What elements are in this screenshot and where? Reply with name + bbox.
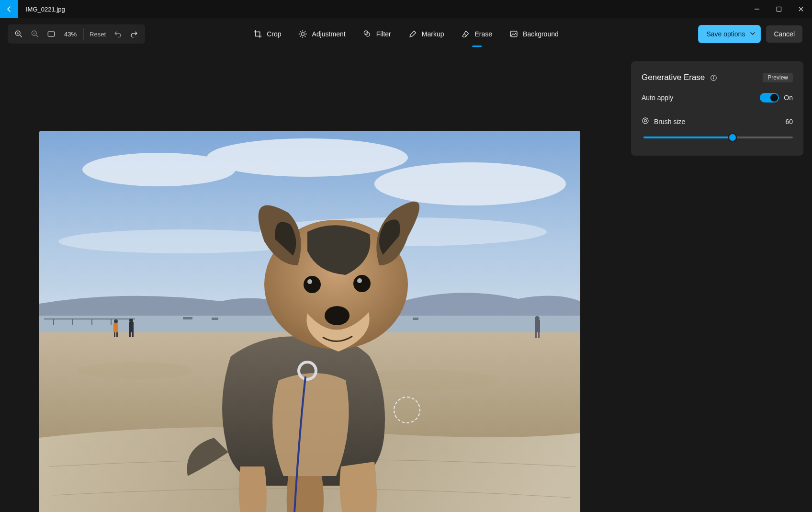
tab-label: Adjustment <box>312 30 346 38</box>
markup-icon <box>408 30 417 38</box>
tab-filter[interactable]: Filter <box>363 25 391 43</box>
info-icon[interactable] <box>710 74 717 81</box>
auto-apply-toggle[interactable] <box>760 93 779 102</box>
svg-rect-23 <box>413 318 418 320</box>
maximize-icon <box>776 6 782 12</box>
tab-label: Background <box>523 30 559 38</box>
svg-point-44 <box>307 279 312 284</box>
erase-icon <box>461 30 470 38</box>
svg-point-42 <box>304 276 321 293</box>
slider-fill <box>643 137 733 138</box>
fit-to-window-button[interactable] <box>43 26 59 42</box>
back-button[interactable] <box>0 0 18 18</box>
auto-apply-state: On <box>784 94 793 102</box>
brush-size-slider[interactable] <box>643 133 793 142</box>
svg-rect-28 <box>113 323 118 332</box>
svg-rect-32 <box>129 322 134 332</box>
toolbar-right: Save options Cancel <box>699 25 802 43</box>
zoom-in-icon <box>14 30 23 38</box>
tab-label: Markup <box>422 30 444 38</box>
brush-size-icon <box>642 117 649 126</box>
svg-point-48 <box>713 76 714 77</box>
redo-icon <box>130 30 138 38</box>
workspace: Generative Erase Preview Auto apply On <box>0 50 812 512</box>
svg-rect-31 <box>116 332 118 337</box>
svg-rect-3 <box>48 32 55 36</box>
brush-size-label: Brush size <box>654 118 685 125</box>
arrow-left-icon <box>5 5 13 13</box>
svg-point-29 <box>114 319 118 323</box>
tab-label: Crop <box>267 30 281 38</box>
zoom-percent[interactable]: 43% <box>64 31 77 38</box>
tab-label: Filter <box>376 30 391 38</box>
save-options-label: Save options <box>706 30 745 38</box>
svg-point-11 <box>374 162 566 205</box>
svg-point-37 <box>535 316 540 321</box>
brush-size-value: 60 <box>785 118 793 125</box>
zoom-controls: 43% Reset <box>8 24 145 44</box>
svg-rect-35 <box>132 332 134 337</box>
crop-icon <box>253 30 262 38</box>
svg-point-50 <box>643 118 648 124</box>
canvas-area[interactable] <box>39 131 580 512</box>
separator <box>83 28 84 40</box>
svg-rect-20 <box>183 317 192 319</box>
brush-size-row: Brush size 60 <box>642 117 793 126</box>
svg-point-43 <box>353 275 371 292</box>
close-icon <box>798 6 804 12</box>
undo-icon <box>113 30 122 38</box>
generative-erase-panel: Generative Erase Preview Auto apply On <box>631 61 803 156</box>
redo-button[interactable] <box>126 26 142 42</box>
auto-apply-label: Auto apply <box>642 94 673 102</box>
preview-badge: Preview <box>763 73 793 82</box>
svg-point-46 <box>325 306 350 325</box>
edit-tool-tabs: Crop Adjustment <box>253 25 559 43</box>
cancel-button[interactable]: Cancel <box>766 25 802 43</box>
fit-to-window-icon <box>47 30 56 38</box>
titlebar: IMG_0221.jpg <box>0 0 812 18</box>
svg-point-10 <box>207 138 408 177</box>
svg-point-4 <box>301 33 304 35</box>
tab-background[interactable]: Background <box>509 25 559 43</box>
tab-label: Erase <box>474 30 492 38</box>
toolbar: 43% Reset Crop <box>0 18 812 50</box>
maximize-button[interactable] <box>768 0 790 18</box>
svg-rect-30 <box>114 332 115 337</box>
auto-apply-row: Auto apply On <box>642 93 793 102</box>
svg-point-33 <box>129 319 133 322</box>
brush-size-slider-row <box>642 133 793 142</box>
minimize-icon <box>754 6 760 12</box>
undo-button[interactable] <box>110 26 126 42</box>
zoom-out-button[interactable] <box>27 26 43 42</box>
minimize-button[interactable] <box>746 0 768 18</box>
svg-rect-39 <box>538 332 540 338</box>
tab-crop[interactable]: Crop <box>253 25 281 43</box>
svg-rect-49 <box>713 77 714 79</box>
zoom-in-button[interactable] <box>11 26 27 42</box>
svg-point-51 <box>644 120 647 122</box>
svg-rect-34 <box>129 332 131 337</box>
panel-title: Generative Erase <box>642 73 705 82</box>
svg-rect-38 <box>535 332 537 338</box>
image-canvas[interactable] <box>39 131 580 512</box>
window-controls <box>746 0 812 18</box>
svg-point-25 <box>78 362 192 379</box>
svg-rect-0 <box>777 7 781 11</box>
reset-button[interactable]: Reset <box>86 26 110 42</box>
close-button[interactable] <box>790 0 812 18</box>
save-options-button[interactable]: Save options <box>699 25 760 43</box>
titlebar-left: IMG_0221.jpg <box>0 0 65 18</box>
side-panel: Generative Erase Preview Auto apply On <box>631 61 803 512</box>
tab-markup[interactable]: Markup <box>408 25 444 43</box>
slider-thumb[interactable] <box>729 134 736 141</box>
tab-erase[interactable]: Erase <box>461 25 492 43</box>
zoom-out-icon <box>31 30 39 38</box>
chevron-down-icon <box>750 30 756 38</box>
tab-adjustment[interactable]: Adjustment <box>299 25 346 43</box>
svg-rect-21 <box>212 318 218 320</box>
auto-apply-control: On <box>760 93 793 102</box>
svg-point-45 <box>357 278 362 283</box>
filter-icon <box>363 30 372 38</box>
adjustment-icon <box>299 30 307 38</box>
panel-header: Generative Erase Preview <box>642 73 793 82</box>
